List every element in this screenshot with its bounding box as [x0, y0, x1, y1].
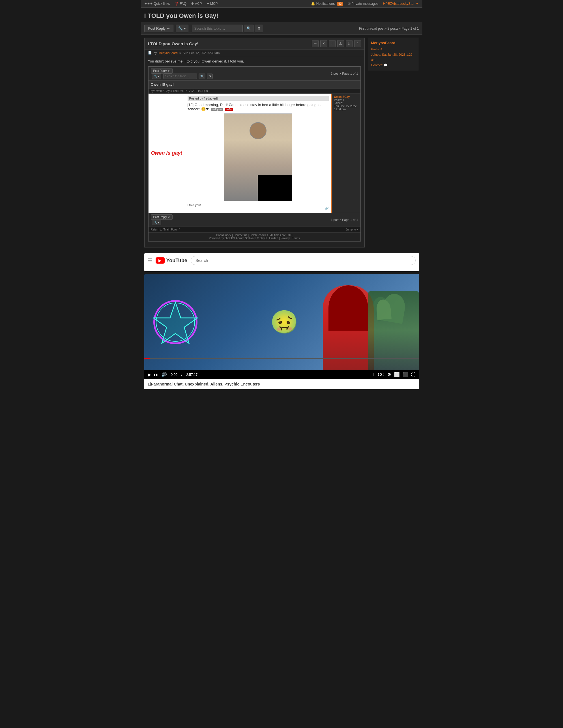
- self-post-tag: Self post: [211, 108, 223, 111]
- video-container: 🤢 ▶ ⏭ 🔊 0:00 / 2:57:17 ⏸ CC ⚙ ⬜ ⬛ ⛶: [144, 274, 419, 379]
- contact-icon[interactable]: 💬: [384, 63, 388, 67]
- nested-username: OwenISGay: [334, 95, 359, 98]
- post-date: Sun Feb 12, 2023 9:30 am: [183, 51, 219, 55]
- youtube-logo-icon: ▶: [156, 257, 165, 264]
- info-icon[interactable]: ℹ: [346, 40, 353, 47]
- youtube-header: ☰ ▶ YouTube: [148, 256, 416, 265]
- privacy-link[interactable]: Privacy: [280, 237, 290, 240]
- owen-is-gay-label: Owen is gay!: [151, 150, 182, 156]
- sidebar-contact: Contact: 💬: [371, 63, 416, 68]
- post-text: You didn't believe me. I told you. Owen …: [148, 59, 361, 63]
- nested-body: Owen is gay! Posted by [redacted] [18] G…: [148, 94, 331, 213]
- acp-nav[interactable]: ⚙ ACP: [191, 2, 202, 6]
- nested-bottom-bar: Post Reply ↩ 🔧 ▾ 1 post • Page 1 of 1: [148, 213, 361, 227]
- warn-icon[interactable]: ⚠: [337, 40, 344, 47]
- nested-forum-links: Return to "Main Forum" Jump to ▾: [148, 227, 361, 232]
- nested-footer-text: I told you!: [187, 203, 329, 207]
- nested-post-meta: by OwenISGay » Thu Dec 15, 2022 11:34 pm: [148, 89, 361, 94]
- post-by-label: by: [154, 51, 157, 55]
- post-author-link[interactable]: MerlynsBeard: [158, 51, 178, 55]
- top-nav-right: 🔔 Notifications 42 ✉ Private messages HP…: [311, 2, 419, 6]
- miniplayer-button[interactable]: ⬛: [403, 372, 408, 377]
- private-messages-button[interactable]: ✉ Private messages: [348, 2, 379, 6]
- nested-forum-footer: Board index | Contact us | Delete cookie…: [148, 232, 361, 241]
- nested-search-input[interactable]: [163, 74, 197, 79]
- sidebar-info: Posts: 4 Joined: Sat Jan 28, 2023 1:29 a…: [371, 47, 416, 68]
- notifications-button[interactable]: 🔔 Notifications 42: [311, 2, 343, 6]
- delete-cookies-link[interactable]: Delete cookies: [249, 234, 268, 237]
- search-topic-input[interactable]: [192, 25, 243, 32]
- youtube-search-input[interactable]: [191, 256, 416, 265]
- video-title-area: 1|Paranormal Chat, Unexplained, Aliens, …: [144, 379, 419, 389]
- play-button[interactable]: ▶: [148, 372, 151, 377]
- play-triangle-icon: ▶: [158, 258, 161, 263]
- nausea-emoji: 🤢: [270, 309, 299, 335]
- posted-by-bar: Posted by [redacted]: [187, 96, 329, 101]
- return-link[interactable]: Return to "Main Forum": [151, 228, 180, 231]
- faq-nav[interactable]: ❓ FAQ: [174, 2, 186, 6]
- right-sidebar: MerlynsBeard Posts: 4 Joined: Sat Jan 28…: [368, 38, 419, 247]
- board-index-link[interactable]: Board index: [216, 234, 231, 237]
- youtube-section: ☰ ▶ YouTube: [144, 253, 419, 271]
- nested-bottom-left: Post Reply ↩ 🔧 ▾: [151, 214, 172, 225]
- post-box: I TOLD you Owen is Gay! ✏ ✕ ! ⚠ ℹ ❝ 📄 by…: [144, 38, 365, 247]
- nested-tools-button[interactable]: 🔧 ▾: [152, 74, 161, 79]
- edit-icon[interactable]: ✏: [312, 40, 319, 47]
- captions-button[interactable]: CC: [378, 372, 384, 377]
- nested-top-bar: Post Reply ↩ 🔧 ▾ 🔍 ⚙ 1 post • Page 1 of …: [148, 67, 361, 81]
- top-navigation: ✦✦✦ Quick links ❓ FAQ ⚙ ACP ✦ MCP 🔔 Noti…: [141, 0, 422, 8]
- powered-by-text: Powered by phpBB® Forum Software © phpBB…: [151, 237, 358, 240]
- jump-to-button[interactable]: Jump to ▾: [346, 228, 358, 231]
- fullscreen-button[interactable]: ⛶: [411, 372, 416, 377]
- nested-user-posts: Posts: 1: [334, 98, 359, 102]
- sidebar-username[interactable]: MerlynsBeard: [371, 41, 416, 45]
- nested-forum-embed: Post Reply ↩ 🔧 ▾ 🔍 ⚙ 1 post • Page 1 of …: [148, 66, 361, 242]
- nested-post-reply-button[interactable]: Post Reply ↩: [151, 68, 172, 74]
- skip-button[interactable]: ⏭: [154, 372, 158, 377]
- video-thumbnail[interactable]: 🤢: [144, 274, 419, 370]
- pause-button[interactable]: ⏸: [370, 372, 375, 377]
- terms-link[interactable]: Terms: [292, 237, 300, 240]
- mcp-nav[interactable]: ✦ MCP: [206, 2, 218, 6]
- search-submit-button[interactable]: 🔍: [244, 25, 253, 32]
- quick-links-nav[interactable]: ✦✦✦ Quick links: [144, 2, 170, 6]
- quote-icon[interactable]: ❝: [354, 40, 361, 47]
- nested-bottom-reply-button[interactable]: Post Reply ↩: [151, 214, 172, 220]
- main-toolbar: Post Reply ↩ 🔧 ▾ 🔍 ⚙ First unread post •…: [141, 22, 422, 35]
- post-action-icons: ✏ ✕ ! ⚠ ℹ ❝: [312, 40, 361, 47]
- volume-button[interactable]: 🔊: [161, 372, 167, 377]
- nested-search-button[interactable]: 🔍: [198, 74, 205, 79]
- theater-button[interactable]: ⬜: [394, 372, 400, 377]
- sidebar-joined: Joined: Sat Jan 28, 2023 1:29 am: [371, 52, 416, 63]
- search-settings-button[interactable]: ⚙: [254, 25, 263, 32]
- sidebar-posts: Posts: 4: [371, 47, 416, 52]
- post-reply-button[interactable]: Post Reply ↩: [144, 25, 173, 32]
- user-menu[interactable]: HPEZVistaLuckyStar ▼: [383, 2, 419, 6]
- nested-user-joined: Joined: Thu Dec 15, 2022 11:34 pm: [334, 102, 359, 111]
- progress-fill: [144, 358, 150, 359]
- nested-right-panel: Posted by [redacted] [18] Good morning, …: [185, 94, 331, 213]
- page-title: I TOLD you Owen is Gay!: [141, 8, 422, 22]
- video-progress-bar[interactable]: [144, 358, 419, 359]
- nsfw-tag: nsfw: [225, 108, 233, 111]
- nested-bottom-tools-button[interactable]: 🔧 ▾: [152, 220, 161, 225]
- sidebar-user-box: MerlynsBeard Posts: 4 Joined: Sat Jan 28…: [368, 38, 419, 71]
- nested-footer-icon: 🔗: [187, 207, 329, 210]
- censored-block: [258, 175, 292, 201]
- tools-dropdown-button[interactable]: 🔧 ▾: [176, 25, 188, 32]
- nested-post-title: Owen IS gay!: [148, 81, 361, 89]
- report-icon[interactable]: !: [329, 40, 336, 47]
- nested-user-sidebar: OwenISGay Posts: 1 Joined: Thu Dec 15, 2…: [332, 94, 361, 213]
- video-controls: ▶ ⏭ 🔊 0:00 / 2:57:17 ⏸ CC ⚙ ⬜ ⬛ ⛶: [144, 370, 419, 379]
- youtube-logo-text: YouTube: [166, 258, 187, 264]
- nested-settings-button[interactable]: ⚙: [207, 74, 213, 79]
- woman-figure: [323, 285, 374, 370]
- post-icon: 📄: [148, 51, 152, 55]
- search-topic-wrap: 🔍 ⚙: [192, 25, 263, 32]
- post-separator: »: [179, 51, 181, 55]
- delete-icon[interactable]: ✕: [320, 40, 327, 47]
- youtube-hamburger-button[interactable]: ☰: [148, 257, 152, 264]
- contact-us-link[interactable]: Contact us: [234, 234, 247, 237]
- settings-button[interactable]: ⚙: [387, 372, 391, 377]
- nested-bottom-post-count: 1 post • Page 1 of 1: [331, 218, 358, 221]
